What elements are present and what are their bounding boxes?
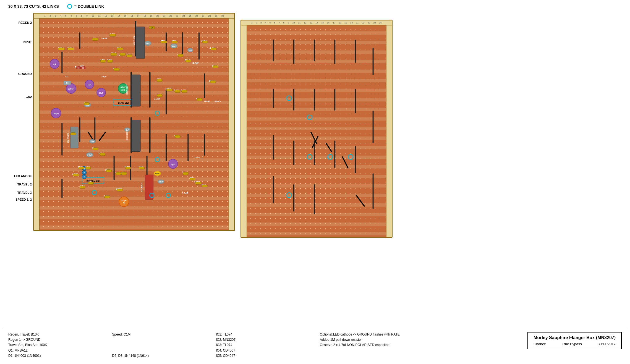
- double-link-label: = DOUBLE LINK: [74, 4, 104, 9]
- info-col-1: Regen, Travel: B10K Regen 1 -> GROUND Tr…: [8, 332, 112, 358]
- info-box-date: 30/11/2017: [598, 342, 616, 346]
- grid-info: 30 X 33, 73 CUTS, 42 LINKS: [8, 4, 59, 9]
- info-regen-travel: Regen, Travel: B10K: [8, 332, 112, 337]
- info-ic2: IC2: MN3207: [216, 337, 320, 342]
- double-link-icon: [67, 4, 72, 9]
- label-regen2: REGEN 2: [7, 21, 32, 24]
- info-box-row: Chance True Bypass 30/11/2017: [534, 342, 616, 346]
- info-optional: Optional:LED cathode -> GROUND flashes w…: [320, 332, 527, 337]
- ruler-side-left-main: [34, 19, 40, 230]
- info-ic5: IC5: CD4047: [216, 353, 320, 358]
- info-box-bypass: True Bypass: [562, 342, 582, 346]
- info-box-title: Morley Sapphire Flanger Box (MN3207): [534, 335, 616, 340]
- ruler-top-main: 12345 678910 1112131415 1617181920 21222…: [34, 14, 234, 19]
- info-added: Added 1M pull-down resistor: [320, 337, 527, 342]
- info-travel-bias: Travel Set, Bias Set: 100K: [8, 342, 112, 348]
- label-ground: GROUND: [7, 72, 32, 75]
- label-led-anode: LED ANODE: [7, 174, 32, 178]
- info-ic3: IC3: TL074: [216, 342, 320, 348]
- double-link-indicator: = DOUBLE LINK: [67, 4, 104, 9]
- boards-row: REGEN 2 INPUT GROUND +9V LED ANODE TRAVE…: [3, 10, 627, 328]
- ruler-side-right-main: [229, 19, 234, 230]
- page-container: 30 X 33, 73 CUTS, 42 LINKS = DOUBLE LINK…: [0, 0, 630, 364]
- info-col-4: Optional:LED cathode -> GROUND flashes w…: [320, 332, 527, 348]
- ruler-top-right: 12345 678910 1112131415 1617181920 21222…: [241, 20, 392, 25]
- dot-grid-right: [247, 25, 386, 237]
- right-breadboard: 12345 678910 1112131415 1617181920 21222…: [241, 20, 393, 238]
- info-ic1: IC1: TL074: [216, 332, 320, 337]
- info-regen1: Regen 1 -> GROUND: [8, 337, 112, 342]
- ruler-side-left-right: [241, 25, 247, 237]
- main-breadboard: 12345 678910 1112131415 1617181920 21222…: [33, 13, 235, 231]
- info-speed: Speed: C1M: [112, 332, 216, 337]
- label-speed12: SPEED 1, 2: [7, 198, 32, 201]
- label-travel2: TRAVEL 2: [7, 183, 32, 186]
- label-input: INPUT: [7, 40, 32, 44]
- info-d2d3: D2, D3: 1N4148 (1N914): [112, 353, 216, 358]
- info-box-chance: Chance: [534, 342, 546, 346]
- dot-grid-main: [40, 19, 229, 230]
- info-box: Morley Sapphire Flanger Box (MN3207) Cha…: [527, 332, 622, 349]
- label-9v: +9V: [7, 96, 32, 99]
- info-col-2: Speed: C1M D2, D3: 1N4148 (1N914): [112, 332, 216, 358]
- board-content-main: 33K 22K 1M 10nF 2.2K 22K 22nF 68pF 470 4…: [40, 19, 229, 230]
- board-content-right: [247, 25, 386, 237]
- info-d1: D1: 1N4003 (1N4001): [8, 353, 112, 358]
- info-q1: Q1: MPSA12: [8, 348, 112, 353]
- ruler-side-right-right: [386, 25, 392, 237]
- info-ic4: IC4: CD4007: [216, 348, 320, 353]
- info-observe: Observe 2 x 4.7uf NON-POLARISED capacito…: [320, 342, 527, 348]
- top-info-bar: 30 X 33, 73 CUTS, 42 LINKS = DOUBLE LINK: [3, 3, 627, 10]
- info-panel: Regen, Travel: B10K Regen 1 -> GROUND Tr…: [3, 329, 627, 361]
- label-travel3: TRAVEL 3: [7, 191, 32, 194]
- info-col-3: IC1: TL074 IC2: MN3207 IC3: TL074 IC4: C…: [216, 332, 320, 358]
